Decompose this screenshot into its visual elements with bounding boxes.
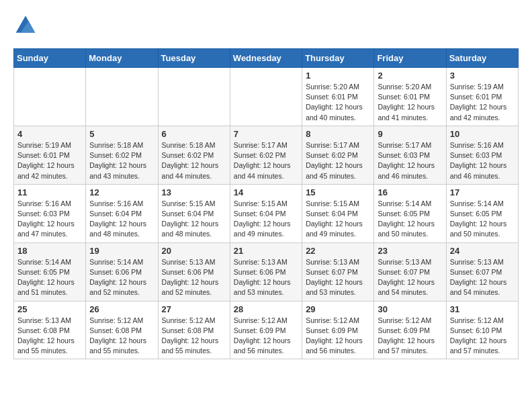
day-number: 12 xyxy=(89,187,154,197)
calendar-cell xyxy=(158,68,230,126)
day-info: Sunrise: 5:16 AM Sunset: 6:03 PM Dayligh… xyxy=(450,140,515,181)
calendar-cell xyxy=(14,68,86,126)
weekday-header: Monday xyxy=(86,49,158,68)
day-info: Sunrise: 5:13 AM Sunset: 6:07 PM Dayligh… xyxy=(378,257,442,298)
calendar-week-row: 1Sunrise: 5:20 AM Sunset: 6:01 PM Daylig… xyxy=(14,68,519,126)
day-info: Sunrise: 5:14 AM Sunset: 6:06 PM Dayligh… xyxy=(89,257,154,298)
day-number: 28 xyxy=(234,304,298,314)
calendar-cell: 14Sunrise: 5:15 AM Sunset: 6:04 PM Dayli… xyxy=(230,184,302,242)
calendar-cell xyxy=(230,68,302,126)
day-number: 10 xyxy=(450,129,515,139)
day-number: 3 xyxy=(450,71,515,81)
calendar-cell: 15Sunrise: 5:15 AM Sunset: 6:04 PM Dayli… xyxy=(302,184,374,242)
day-number: 20 xyxy=(162,246,226,256)
calendar-cell: 17Sunrise: 5:14 AM Sunset: 6:05 PM Dayli… xyxy=(446,184,518,242)
day-info: Sunrise: 5:17 AM Sunset: 6:02 PM Dayligh… xyxy=(306,140,370,181)
calendar-cell: 26Sunrise: 5:12 AM Sunset: 6:08 PM Dayli… xyxy=(86,301,158,359)
day-info: Sunrise: 5:14 AM Sunset: 6:05 PM Dayligh… xyxy=(378,199,442,240)
day-number: 17 xyxy=(450,187,515,197)
day-info: Sunrise: 5:13 AM Sunset: 6:08 PM Dayligh… xyxy=(17,316,82,357)
calendar-cell: 30Sunrise: 5:12 AM Sunset: 6:09 PM Dayli… xyxy=(374,301,446,359)
calendar-cell: 13Sunrise: 5:15 AM Sunset: 6:04 PM Dayli… xyxy=(158,184,230,242)
calendar-cell: 28Sunrise: 5:12 AM Sunset: 6:09 PM Dayli… xyxy=(230,301,302,359)
calendar-cell: 22Sunrise: 5:13 AM Sunset: 6:07 PM Dayli… xyxy=(302,242,374,301)
calendar-cell: 9Sunrise: 5:17 AM Sunset: 6:03 PM Daylig… xyxy=(374,126,446,184)
calendar-week-row: 4Sunrise: 5:19 AM Sunset: 6:01 PM Daylig… xyxy=(14,126,519,184)
day-info: Sunrise: 5:13 AM Sunset: 6:06 PM Dayligh… xyxy=(234,257,298,298)
day-info: Sunrise: 5:16 AM Sunset: 6:03 PM Dayligh… xyxy=(17,199,82,240)
day-number: 27 xyxy=(162,304,226,314)
calendar-cell: 7Sunrise: 5:17 AM Sunset: 6:02 PM Daylig… xyxy=(230,126,302,184)
weekday-header: Thursday xyxy=(302,49,374,68)
day-number: 11 xyxy=(17,187,82,197)
day-number: 5 xyxy=(89,129,154,139)
day-number: 31 xyxy=(450,304,515,314)
calendar-cell: 24Sunrise: 5:13 AM Sunset: 6:07 PM Dayli… xyxy=(446,242,518,301)
day-info: Sunrise: 5:12 AM Sunset: 6:08 PM Dayligh… xyxy=(89,316,154,357)
calendar-table: SundayMondayTuesdayWednesdayThursdayFrid… xyxy=(13,48,519,359)
calendar-cell: 25Sunrise: 5:13 AM Sunset: 6:08 PM Dayli… xyxy=(14,301,86,359)
day-info: Sunrise: 5:12 AM Sunset: 6:09 PM Dayligh… xyxy=(234,316,298,357)
day-info: Sunrise: 5:13 AM Sunset: 6:07 PM Dayligh… xyxy=(450,257,515,298)
day-info: Sunrise: 5:17 AM Sunset: 6:02 PM Dayligh… xyxy=(234,140,298,181)
weekday-header: Friday xyxy=(374,49,446,68)
weekday-header: Sunday xyxy=(14,49,86,68)
day-number: 26 xyxy=(89,304,154,314)
logo xyxy=(13,13,42,38)
day-info: Sunrise: 5:12 AM Sunset: 6:10 PM Dayligh… xyxy=(450,316,515,357)
day-info: Sunrise: 5:20 AM Sunset: 6:01 PM Dayligh… xyxy=(306,82,370,123)
day-number: 19 xyxy=(89,246,154,256)
day-info: Sunrise: 5:19 AM Sunset: 6:01 PM Dayligh… xyxy=(17,140,82,181)
logo-icon xyxy=(13,13,38,38)
day-number: 4 xyxy=(17,129,82,139)
calendar-cell: 2Sunrise: 5:20 AM Sunset: 6:01 PM Daylig… xyxy=(374,68,446,126)
day-number: 16 xyxy=(378,187,442,197)
calendar-cell: 29Sunrise: 5:12 AM Sunset: 6:09 PM Dayli… xyxy=(302,301,374,359)
day-info: Sunrise: 5:16 AM Sunset: 6:04 PM Dayligh… xyxy=(89,199,154,240)
day-number: 22 xyxy=(306,246,370,256)
calendar-cell: 16Sunrise: 5:14 AM Sunset: 6:05 PM Dayli… xyxy=(374,184,446,242)
day-number: 21 xyxy=(234,246,298,256)
calendar-cell: 20Sunrise: 5:13 AM Sunset: 6:06 PM Dayli… xyxy=(158,242,230,301)
calendar-week-row: 18Sunrise: 5:14 AM Sunset: 6:05 PM Dayli… xyxy=(14,242,519,301)
day-number: 25 xyxy=(17,304,82,314)
day-number: 13 xyxy=(162,187,226,197)
day-info: Sunrise: 5:15 AM Sunset: 6:04 PM Dayligh… xyxy=(306,199,370,240)
day-number: 15 xyxy=(306,187,370,197)
calendar-week-row: 11Sunrise: 5:16 AM Sunset: 6:03 PM Dayli… xyxy=(14,184,519,242)
day-info: Sunrise: 5:12 AM Sunset: 6:09 PM Dayligh… xyxy=(378,316,442,357)
day-number: 1 xyxy=(306,71,370,81)
day-number: 14 xyxy=(234,187,298,197)
calendar-week-row: 25Sunrise: 5:13 AM Sunset: 6:08 PM Dayli… xyxy=(14,301,519,359)
day-number: 9 xyxy=(378,129,442,139)
day-number: 2 xyxy=(378,71,442,81)
day-number: 29 xyxy=(306,304,370,314)
calendar-cell: 12Sunrise: 5:16 AM Sunset: 6:04 PM Dayli… xyxy=(86,184,158,242)
day-info: Sunrise: 5:14 AM Sunset: 6:05 PM Dayligh… xyxy=(17,257,82,298)
calendar-cell: 27Sunrise: 5:12 AM Sunset: 6:08 PM Dayli… xyxy=(158,301,230,359)
day-info: Sunrise: 5:18 AM Sunset: 6:02 PM Dayligh… xyxy=(89,140,154,181)
calendar-cell xyxy=(86,68,158,126)
calendar-cell: 6Sunrise: 5:18 AM Sunset: 6:02 PM Daylig… xyxy=(158,126,230,184)
weekday-header: Wednesday xyxy=(230,49,302,68)
calendar-cell: 31Sunrise: 5:12 AM Sunset: 6:10 PM Dayli… xyxy=(446,301,518,359)
day-number: 30 xyxy=(378,304,442,314)
calendar-cell: 3Sunrise: 5:19 AM Sunset: 6:01 PM Daylig… xyxy=(446,68,518,126)
calendar-cell: 8Sunrise: 5:17 AM Sunset: 6:02 PM Daylig… xyxy=(302,126,374,184)
day-info: Sunrise: 5:19 AM Sunset: 6:01 PM Dayligh… xyxy=(450,82,515,123)
calendar-cell: 23Sunrise: 5:13 AM Sunset: 6:07 PM Dayli… xyxy=(374,242,446,301)
day-info: Sunrise: 5:15 AM Sunset: 6:04 PM Dayligh… xyxy=(162,199,226,240)
day-number: 24 xyxy=(450,246,515,256)
calendar-cell: 11Sunrise: 5:16 AM Sunset: 6:03 PM Dayli… xyxy=(14,184,86,242)
day-info: Sunrise: 5:13 AM Sunset: 6:07 PM Dayligh… xyxy=(306,257,370,298)
calendar-cell: 5Sunrise: 5:18 AM Sunset: 6:02 PM Daylig… xyxy=(86,126,158,184)
day-number: 8 xyxy=(306,129,370,139)
day-info: Sunrise: 5:13 AM Sunset: 6:06 PM Dayligh… xyxy=(162,257,226,298)
page-header xyxy=(13,13,519,38)
day-number: 23 xyxy=(378,246,442,256)
day-number: 7 xyxy=(234,129,298,139)
day-info: Sunrise: 5:12 AM Sunset: 6:08 PM Dayligh… xyxy=(162,316,226,357)
calendar-cell: 21Sunrise: 5:13 AM Sunset: 6:06 PM Dayli… xyxy=(230,242,302,301)
day-info: Sunrise: 5:17 AM Sunset: 6:03 PM Dayligh… xyxy=(378,140,442,181)
day-info: Sunrise: 5:18 AM Sunset: 6:02 PM Dayligh… xyxy=(162,140,226,181)
